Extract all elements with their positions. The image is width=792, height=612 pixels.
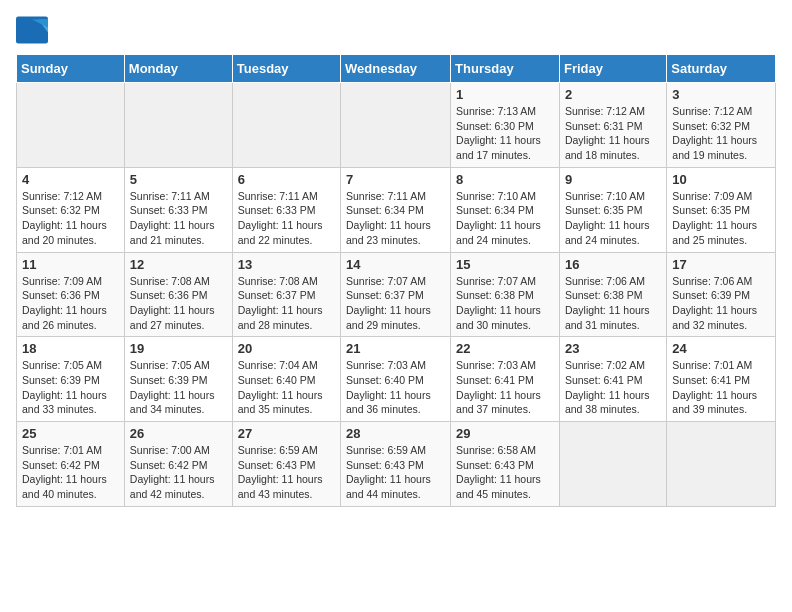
day-info: Sunrise: 7:11 AM Sunset: 6:33 PM Dayligh…	[130, 189, 227, 248]
calendar-cell: 26Sunrise: 7:00 AM Sunset: 6:42 PM Dayli…	[124, 422, 232, 507]
day-number: 13	[238, 257, 335, 272]
calendar-table: SundayMondayTuesdayWednesdayThursdayFrid…	[16, 54, 776, 507]
header	[16, 16, 776, 44]
day-info: Sunrise: 7:04 AM Sunset: 6:40 PM Dayligh…	[238, 358, 335, 417]
day-info: Sunrise: 7:08 AM Sunset: 6:36 PM Dayligh…	[130, 274, 227, 333]
day-number: 28	[346, 426, 445, 441]
calendar-cell: 5Sunrise: 7:11 AM Sunset: 6:33 PM Daylig…	[124, 167, 232, 252]
day-info: Sunrise: 6:58 AM Sunset: 6:43 PM Dayligh…	[456, 443, 554, 502]
calendar-cell	[124, 83, 232, 168]
calendar-cell: 1Sunrise: 7:13 AM Sunset: 6:30 PM Daylig…	[451, 83, 560, 168]
calendar-cell: 10Sunrise: 7:09 AM Sunset: 6:35 PM Dayli…	[667, 167, 776, 252]
day-info: Sunrise: 7:06 AM Sunset: 6:38 PM Dayligh…	[565, 274, 661, 333]
day-info: Sunrise: 7:12 AM Sunset: 6:32 PM Dayligh…	[22, 189, 119, 248]
calendar-cell: 2Sunrise: 7:12 AM Sunset: 6:31 PM Daylig…	[559, 83, 666, 168]
day-info: Sunrise: 7:07 AM Sunset: 6:37 PM Dayligh…	[346, 274, 445, 333]
calendar-cell: 24Sunrise: 7:01 AM Sunset: 6:41 PM Dayli…	[667, 337, 776, 422]
calendar-week-row: 25Sunrise: 7:01 AM Sunset: 6:42 PM Dayli…	[17, 422, 776, 507]
calendar-cell: 9Sunrise: 7:10 AM Sunset: 6:35 PM Daylig…	[559, 167, 666, 252]
calendar-cell	[17, 83, 125, 168]
calendar-cell: 11Sunrise: 7:09 AM Sunset: 6:36 PM Dayli…	[17, 252, 125, 337]
day-number: 14	[346, 257, 445, 272]
day-number: 29	[456, 426, 554, 441]
day-number: 3	[672, 87, 770, 102]
day-number: 16	[565, 257, 661, 272]
column-header-monday: Monday	[124, 55, 232, 83]
calendar-cell: 23Sunrise: 7:02 AM Sunset: 6:41 PM Dayli…	[559, 337, 666, 422]
day-number: 20	[238, 341, 335, 356]
column-header-thursday: Thursday	[451, 55, 560, 83]
column-header-saturday: Saturday	[667, 55, 776, 83]
calendar-cell: 6Sunrise: 7:11 AM Sunset: 6:33 PM Daylig…	[232, 167, 340, 252]
day-number: 17	[672, 257, 770, 272]
calendar-week-row: 18Sunrise: 7:05 AM Sunset: 6:39 PM Dayli…	[17, 337, 776, 422]
day-number: 6	[238, 172, 335, 187]
day-info: Sunrise: 7:02 AM Sunset: 6:41 PM Dayligh…	[565, 358, 661, 417]
day-number: 7	[346, 172, 445, 187]
day-number: 12	[130, 257, 227, 272]
day-number: 18	[22, 341, 119, 356]
day-info: Sunrise: 7:09 AM Sunset: 6:35 PM Dayligh…	[672, 189, 770, 248]
logo	[16, 16, 54, 44]
calendar-cell: 8Sunrise: 7:10 AM Sunset: 6:34 PM Daylig…	[451, 167, 560, 252]
calendar-cell: 15Sunrise: 7:07 AM Sunset: 6:38 PM Dayli…	[451, 252, 560, 337]
day-number: 21	[346, 341, 445, 356]
calendar-cell: 25Sunrise: 7:01 AM Sunset: 6:42 PM Dayli…	[17, 422, 125, 507]
calendar-cell	[232, 83, 340, 168]
day-number: 5	[130, 172, 227, 187]
day-info: Sunrise: 7:11 AM Sunset: 6:33 PM Dayligh…	[238, 189, 335, 248]
calendar-cell: 16Sunrise: 7:06 AM Sunset: 6:38 PM Dayli…	[559, 252, 666, 337]
day-number: 9	[565, 172, 661, 187]
days-header-row: SundayMondayTuesdayWednesdayThursdayFrid…	[17, 55, 776, 83]
day-info: Sunrise: 7:13 AM Sunset: 6:30 PM Dayligh…	[456, 104, 554, 163]
calendar-cell: 12Sunrise: 7:08 AM Sunset: 6:36 PM Dayli…	[124, 252, 232, 337]
day-info: Sunrise: 7:10 AM Sunset: 6:34 PM Dayligh…	[456, 189, 554, 248]
day-info: Sunrise: 7:03 AM Sunset: 6:40 PM Dayligh…	[346, 358, 445, 417]
calendar-week-row: 1Sunrise: 7:13 AM Sunset: 6:30 PM Daylig…	[17, 83, 776, 168]
day-info: Sunrise: 7:11 AM Sunset: 6:34 PM Dayligh…	[346, 189, 445, 248]
column-header-tuesday: Tuesday	[232, 55, 340, 83]
day-number: 19	[130, 341, 227, 356]
calendar-cell: 28Sunrise: 6:59 AM Sunset: 6:43 PM Dayli…	[341, 422, 451, 507]
column-header-wednesday: Wednesday	[341, 55, 451, 83]
day-number: 8	[456, 172, 554, 187]
logo-icon	[16, 16, 48, 44]
day-info: Sunrise: 7:03 AM Sunset: 6:41 PM Dayligh…	[456, 358, 554, 417]
day-info: Sunrise: 7:07 AM Sunset: 6:38 PM Dayligh…	[456, 274, 554, 333]
calendar-week-row: 4Sunrise: 7:12 AM Sunset: 6:32 PM Daylig…	[17, 167, 776, 252]
calendar-cell: 29Sunrise: 6:58 AM Sunset: 6:43 PM Dayli…	[451, 422, 560, 507]
day-info: Sunrise: 6:59 AM Sunset: 6:43 PM Dayligh…	[346, 443, 445, 502]
calendar-cell: 13Sunrise: 7:08 AM Sunset: 6:37 PM Dayli…	[232, 252, 340, 337]
column-header-friday: Friday	[559, 55, 666, 83]
calendar-cell: 7Sunrise: 7:11 AM Sunset: 6:34 PM Daylig…	[341, 167, 451, 252]
calendar-cell: 20Sunrise: 7:04 AM Sunset: 6:40 PM Dayli…	[232, 337, 340, 422]
calendar-cell: 17Sunrise: 7:06 AM Sunset: 6:39 PM Dayli…	[667, 252, 776, 337]
calendar-cell	[341, 83, 451, 168]
day-info: Sunrise: 7:09 AM Sunset: 6:36 PM Dayligh…	[22, 274, 119, 333]
day-number: 15	[456, 257, 554, 272]
calendar-cell: 4Sunrise: 7:12 AM Sunset: 6:32 PM Daylig…	[17, 167, 125, 252]
day-info: Sunrise: 7:00 AM Sunset: 6:42 PM Dayligh…	[130, 443, 227, 502]
calendar-cell	[559, 422, 666, 507]
day-info: Sunrise: 7:08 AM Sunset: 6:37 PM Dayligh…	[238, 274, 335, 333]
calendar-cell: 27Sunrise: 6:59 AM Sunset: 6:43 PM Dayli…	[232, 422, 340, 507]
calendar-cell: 19Sunrise: 7:05 AM Sunset: 6:39 PM Dayli…	[124, 337, 232, 422]
day-number: 27	[238, 426, 335, 441]
day-number: 23	[565, 341, 661, 356]
day-number: 4	[22, 172, 119, 187]
calendar-cell	[667, 422, 776, 507]
day-number: 11	[22, 257, 119, 272]
day-info: Sunrise: 6:59 AM Sunset: 6:43 PM Dayligh…	[238, 443, 335, 502]
day-number: 25	[22, 426, 119, 441]
calendar-cell: 14Sunrise: 7:07 AM Sunset: 6:37 PM Dayli…	[341, 252, 451, 337]
day-info: Sunrise: 7:12 AM Sunset: 6:32 PM Dayligh…	[672, 104, 770, 163]
day-info: Sunrise: 7:05 AM Sunset: 6:39 PM Dayligh…	[22, 358, 119, 417]
day-info: Sunrise: 7:12 AM Sunset: 6:31 PM Dayligh…	[565, 104, 661, 163]
calendar-cell: 18Sunrise: 7:05 AM Sunset: 6:39 PM Dayli…	[17, 337, 125, 422]
column-header-sunday: Sunday	[17, 55, 125, 83]
day-info: Sunrise: 7:01 AM Sunset: 6:42 PM Dayligh…	[22, 443, 119, 502]
day-info: Sunrise: 7:05 AM Sunset: 6:39 PM Dayligh…	[130, 358, 227, 417]
calendar-cell: 22Sunrise: 7:03 AM Sunset: 6:41 PM Dayli…	[451, 337, 560, 422]
day-number: 10	[672, 172, 770, 187]
day-info: Sunrise: 7:10 AM Sunset: 6:35 PM Dayligh…	[565, 189, 661, 248]
